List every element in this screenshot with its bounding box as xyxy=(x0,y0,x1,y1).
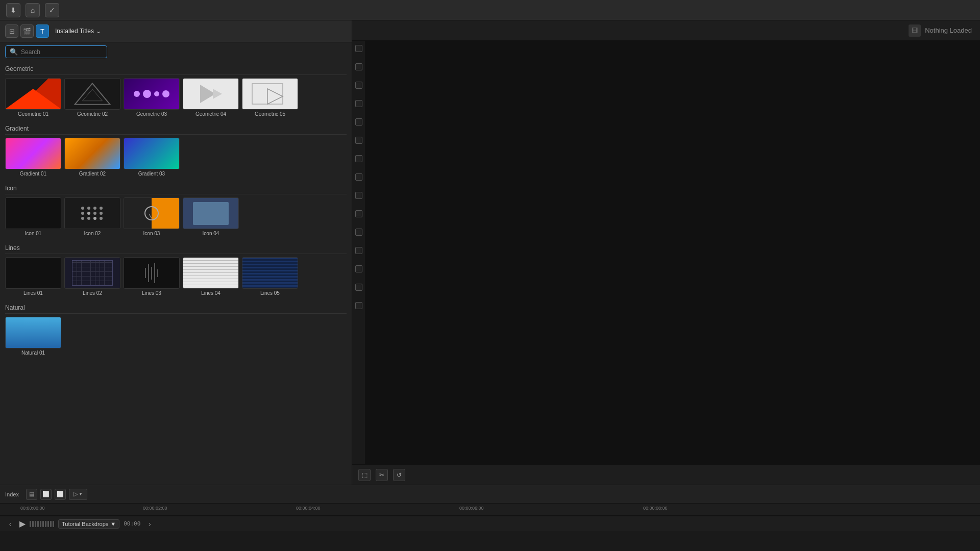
checkbox-item[interactable] xyxy=(355,210,362,217)
thumb-lines05 xyxy=(242,257,298,289)
ruler-mark-08: 00:00:08:00 xyxy=(643,506,668,511)
installed-titles-selector[interactable]: Installed Titles ⌄ xyxy=(55,28,101,35)
blade-icon: ⬜ xyxy=(57,491,64,497)
geo02-svg xyxy=(65,78,120,110)
svg-marker-0 xyxy=(75,83,110,104)
checkbox-item[interactable] xyxy=(355,302,362,309)
select-icon: ▷ xyxy=(74,491,78,497)
icon-grid: Icon 01 Icon 02 xyxy=(5,197,347,236)
tab-icon-titles[interactable]: T xyxy=(36,24,49,38)
download-button[interactable]: ⬇ xyxy=(6,3,20,17)
item-label-lines03: Lines 03 xyxy=(142,290,161,296)
checkbox-item[interactable] xyxy=(355,265,362,272)
list-item[interactable]: Icon 04 xyxy=(183,197,239,236)
nothing-loaded-label: Nothing Loaded xyxy=(925,27,972,34)
list-item[interactable]: Geometric 02 xyxy=(64,78,120,117)
list-item[interactable]: Geometric 05 xyxy=(242,78,298,117)
timeline-ruler: 00:00:00:00 00:00:02:00 00:00:04:00 00:0… xyxy=(0,504,980,516)
list-item[interactable]: Gradient 01 xyxy=(5,138,61,177)
check-button[interactable]: ✓ xyxy=(45,3,59,17)
rotate-btn[interactable]: ↺ xyxy=(393,469,405,481)
gradient-grid: Gradient 01 Gradient 02 Gradient 03 xyxy=(5,138,347,177)
checkbox-item[interactable] xyxy=(355,284,362,291)
timeline-tool-btn-3[interactable]: ⬜ xyxy=(55,489,66,500)
category-icon: Icon Icon 01 xyxy=(5,185,347,236)
thumb-gradient01 xyxy=(5,138,61,169)
rotate-icon: ↺ xyxy=(397,471,402,479)
project-name-label: Tutorial Backdrops xyxy=(62,521,108,527)
ruler-mark-00: 00:00:00:00 xyxy=(20,506,45,511)
titles-icon: T xyxy=(40,28,44,35)
category-natural-label: Natural xyxy=(5,304,347,314)
checkbox-item[interactable] xyxy=(355,100,362,107)
thumb-gradient02 xyxy=(64,138,120,169)
checkbox-item[interactable] xyxy=(355,247,362,254)
timeline-index-label: Index xyxy=(5,491,19,497)
list-item[interactable]: Icon 01 xyxy=(5,197,61,236)
key-button[interactable]: ⌂ xyxy=(26,3,40,17)
list-item[interactable]: Geometric 04 xyxy=(183,78,239,117)
checkboxes-column xyxy=(352,41,365,464)
list-item[interactable]: Natural 01 xyxy=(5,317,61,356)
category-lines: Lines Lines 01 Lin xyxy=(5,244,347,296)
timeline-tool-btn-2[interactable]: ⬜ xyxy=(40,489,52,500)
list-item[interactable]: Lines 01 xyxy=(5,257,61,296)
transport-bars xyxy=(30,521,54,527)
list-item[interactable]: Lines 03 xyxy=(124,257,180,296)
thumb-icon04 xyxy=(183,197,239,229)
play-button[interactable]: ▶ xyxy=(19,519,26,529)
list-item[interactable]: Icon 02 xyxy=(64,197,120,236)
timeline-tool-btn-select[interactable]: ▷ ▼ xyxy=(69,489,87,500)
item-label-natural01: Natural 01 xyxy=(21,350,45,356)
clip-icon: ⬜ xyxy=(42,491,50,497)
checkbox-item[interactable] xyxy=(355,63,362,70)
item-label-grad03: Gradient 03 xyxy=(138,171,165,177)
download-icon: ⬇ xyxy=(10,6,16,14)
checkbox-item[interactable] xyxy=(355,173,362,181)
item-label-lines05: Lines 05 xyxy=(260,290,280,296)
project-selector[interactable]: Tutorial Backdrops ▼ xyxy=(58,519,119,529)
bottom-controls: ⬚ ✂ ↺ xyxy=(352,464,980,485)
library-scroll[interactable]: Geometric Geometric 01 xyxy=(0,61,352,485)
checkbox-item[interactable] xyxy=(355,82,362,89)
panel-tabs: ⊞ 🎬 T xyxy=(5,24,49,38)
list-item[interactable]: Lines 04 xyxy=(183,257,239,296)
next-button[interactable]: › xyxy=(144,519,155,529)
thumb-geometric02 xyxy=(64,78,120,110)
thumb-icon02 xyxy=(64,197,120,229)
list-item[interactable]: Gradient 03 xyxy=(124,138,180,177)
checkbox-item[interactable] xyxy=(355,229,362,236)
tab-icon-media[interactable]: ⊞ xyxy=(5,24,18,38)
list-item[interactable]: Lines 05 xyxy=(242,257,298,296)
item-label-geo02: Geometric 02 xyxy=(77,111,108,117)
prev-button[interactable]: ‹ xyxy=(5,519,15,529)
thumb-lines04 xyxy=(183,257,239,289)
checkbox-item[interactable] xyxy=(355,155,362,162)
list-item[interactable]: Geometric 03 xyxy=(124,78,180,117)
list-item[interactable]: Geometric 01 xyxy=(5,78,61,117)
list-item[interactable]: Gradient 02 xyxy=(64,138,120,177)
svg-marker-3 xyxy=(267,89,283,104)
crop-btn[interactable]: ✂ xyxy=(376,469,388,481)
tab-icon-video[interactable]: 🎬 xyxy=(20,24,34,38)
checkbox-item[interactable] xyxy=(355,45,362,52)
item-label-icon04: Icon 04 xyxy=(203,231,219,236)
thumb-geometric03 xyxy=(124,78,180,110)
key-icon: ⌂ xyxy=(31,6,35,14)
search-input[interactable] xyxy=(21,48,103,56)
checkbox-item[interactable] xyxy=(355,192,362,199)
frame-icon: ⬚ xyxy=(362,471,368,479)
timeline-header: Index ▤ ⬜ ⬜ ▷ ▼ xyxy=(0,485,980,504)
category-lines-label: Lines xyxy=(5,244,347,254)
list-item[interactable]: Icon 03 xyxy=(124,197,180,236)
frame-btn[interactable]: ⬚ xyxy=(358,469,371,481)
list-item[interactable]: Lines 02 xyxy=(64,257,120,296)
film-icon: 🎞 xyxy=(912,27,918,34)
checkbox-item[interactable] xyxy=(355,137,362,144)
category-icon-label: Icon xyxy=(5,185,347,194)
category-gradient-label: Gradient xyxy=(5,125,347,135)
top-toolbar: ⬇ ⌂ ✓ xyxy=(0,0,980,20)
checkbox-item[interactable] xyxy=(355,118,362,126)
thumb-geometric04 xyxy=(183,78,239,110)
timeline-tool-btn-1[interactable]: ▤ xyxy=(26,489,37,500)
